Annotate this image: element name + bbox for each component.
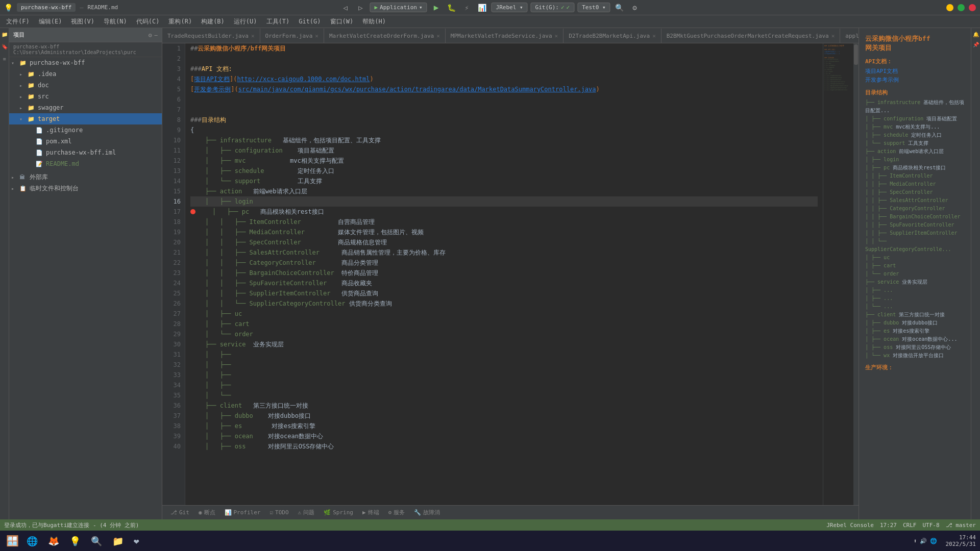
- tab-mpmarket[interactable]: MPMarketValetTradeService.java ✕: [446, 29, 564, 43]
- problems-icon: ⚠: [298, 509, 302, 516]
- close-button[interactable]: [969, 4, 976, 11]
- code-tree-20: │ │ ├── SpecController: [190, 237, 301, 247]
- tree-item-gitignore[interactable]: 📄 .gitignore: [9, 124, 162, 136]
- tree-item-readme[interactable]: 📝 README.md: [9, 158, 162, 169]
- menu-refactor[interactable]: 重构(R): [164, 16, 196, 27]
- tree-item-external[interactable]: ▸ 🏛 外部库: [9, 171, 162, 183]
- tab-close[interactable]: ✕: [315, 33, 318, 39]
- menu-help[interactable]: 帮助(H): [358, 16, 390, 27]
- minimize-button[interactable]: [946, 4, 953, 11]
- tab-marketvalet[interactable]: MarketValetCreateOrderForm.java ✕: [324, 29, 446, 43]
- code-line-20: │ │ ├── SpecController 商品规格信息管理: [190, 237, 818, 247]
- run-button[interactable]: ▶: [430, 2, 443, 14]
- tab-d2trade[interactable]: D2TradeB2BMarketApi.java ✕: [564, 29, 662, 43]
- code-link-label-4[interactable]: 项目API文档: [194, 74, 230, 84]
- sidebar-project-icon[interactable]: 📁: [1, 30, 9, 38]
- tab-breakpoints[interactable]: ◉ 断点: [194, 508, 219, 517]
- back-btn[interactable]: ◁: [339, 2, 351, 14]
- menu-code[interactable]: 代码(C): [132, 16, 164, 27]
- search-everywhere-btn[interactable]: 🔍: [614, 2, 626, 14]
- line-num-36: 36: [162, 400, 181, 411]
- preview-tree-item: │ ├── mvc mvc相关支撑与...: [865, 123, 965, 131]
- tree-item-temp[interactable]: ▸ 📋 临时文件和控制台: [9, 183, 162, 194]
- menu-build[interactable]: 构建(B): [197, 16, 229, 27]
- menu-run[interactable]: 运行(U): [230, 16, 261, 27]
- tab-todo[interactable]: ☑ TODO: [265, 508, 292, 517]
- tree-label-gitignore: .gitignore: [46, 127, 83, 134]
- preview-api-title: API文档：: [865, 58, 965, 65]
- line-num-24: 24: [162, 278, 181, 288]
- preview-api-link1[interactable]: 项目API文档: [865, 67, 965, 75]
- taskbar-browser[interactable]: 🌐: [22, 532, 42, 550]
- maximize-button[interactable]: [958, 4, 965, 11]
- code-editor[interactable]: ## 云采购微信小程序/bff网关项目 ### API 文档: [ 项目API文…: [185, 43, 823, 505]
- code-link-url-4[interactable]: http://xcx-caigou0.1000.com/doc.html: [237, 74, 370, 84]
- profile-button[interactable]: 📊: [476, 2, 488, 14]
- tree-item-iml[interactable]: 📄 purchase-wx-bff.iml: [9, 147, 162, 158]
- menu-window[interactable]: 窗口(W): [326, 16, 358, 27]
- tab-problems[interactable]: ⚠ 问题: [294, 508, 319, 517]
- tab-b2bmkt[interactable]: B2BMktGuestPurchaseOrderMarketCreateRequ…: [662, 29, 841, 43]
- code-line-34: │ ├──: [190, 380, 818, 390]
- menu-file[interactable]: 文件(F): [2, 16, 34, 27]
- code-tree-15: ├── action: [190, 186, 242, 196]
- code-link-url-5[interactable]: src/main/java/com/qianmi/gcs/wx/purchase…: [238, 84, 596, 94]
- tree-item-target[interactable]: ▾ 📁 target: [9, 113, 162, 124]
- panel-collapse[interactable]: −: [154, 32, 158, 39]
- tree-item-pom[interactable]: 📄 pom.xml: [9, 136, 162, 147]
- tab-appprops[interactable]: application.properties ● ✕: [840, 29, 859, 43]
- right-bookmarks-icon[interactable]: 📌: [972, 40, 980, 48]
- tab-label: D2TradeB2BMarketApi.java: [569, 33, 650, 39]
- editor-scrollbar[interactable]: [853, 43, 859, 505]
- right-notifications-icon[interactable]: 🔔: [972, 30, 980, 38]
- debug-button[interactable]: 🐛: [446, 2, 458, 14]
- code-line-31: │ ├──: [190, 349, 818, 360]
- tab-close[interactable]: ✕: [652, 33, 656, 39]
- taskbar-search[interactable]: 🔍: [87, 532, 106, 550]
- taskbar-app7[interactable]: ❤: [130, 532, 143, 550]
- settings-btn[interactable]: ⚙: [629, 2, 641, 14]
- menu-tools[interactable]: 工具(T): [262, 16, 294, 27]
- tree-item-root[interactable]: ▾ 📁 purchase-wx-bff: [9, 57, 162, 68]
- start-button[interactable]: 🪟: [4, 533, 20, 549]
- tree-item-doc[interactable]: ▸ 📁 doc: [9, 80, 162, 91]
- tab-close[interactable]: ✕: [831, 33, 835, 39]
- code-tree-31: │ ├──: [190, 349, 235, 360]
- menu-edit[interactable]: 编辑(E): [35, 16, 66, 27]
- tree-item-swagger[interactable]: ▸ 📁 swagger: [9, 102, 162, 113]
- sidebar-bookmark-icon[interactable]: 🔖: [1, 42, 9, 51]
- tab-fault[interactable]: 🔧 故障消: [410, 508, 444, 517]
- preview-api-link2[interactable]: 开发参考示例: [865, 76, 965, 84]
- line-num-32: 32: [162, 360, 181, 370]
- menu-view[interactable]: 视图(V): [67, 16, 99, 27]
- taskbar-intellij[interactable]: 💡: [65, 532, 85, 550]
- tree-item-src[interactable]: ▸ 📁 src: [9, 91, 162, 102]
- tab-traderequest[interactable]: TradeRequestBuilder.java ✕: [162, 29, 260, 43]
- test-dropdown[interactable]: Test0 ▾: [577, 3, 610, 12]
- code-link-label-5[interactable]: 开发参考示例: [194, 84, 231, 94]
- tab-orderform[interactable]: OrderForm.java ✕: [260, 29, 324, 43]
- run-config-dropdown[interactable]: ▶ Application ▾: [370, 3, 427, 12]
- sidebar-structure-icon[interactable]: ≡: [1, 55, 9, 63]
- code-line-33: │ ├──: [190, 370, 818, 380]
- preview-tree-item: │ └── ...: [865, 303, 965, 311]
- menu-nav[interactable]: 导航(N): [100, 16, 131, 27]
- coverage-button[interactable]: ⚡: [461, 2, 473, 14]
- tab-close[interactable]: ✕: [555, 33, 558, 39]
- taskbar-edge[interactable]: 🦊: [44, 532, 63, 550]
- panel-settings[interactable]: ⚙: [149, 32, 152, 39]
- taskbar-files[interactable]: 📁: [108, 532, 128, 550]
- tab-close[interactable]: ✕: [436, 33, 440, 39]
- tab-services[interactable]: ⚙ 服务: [384, 508, 409, 517]
- tree-item-idea[interactable]: ▸ 📁 .idea: [9, 68, 162, 80]
- jrebel-dropdown[interactable]: JRebel ▾: [492, 3, 528, 12]
- spring-tab-label: Spring: [333, 509, 353, 516]
- tab-terminal[interactable]: ▶ 终端: [358, 508, 383, 517]
- tab-spring[interactable]: 🌿 Spring: [320, 508, 357, 517]
- tab-close[interactable]: ✕: [251, 33, 255, 39]
- forward-btn[interactable]: ▷: [354, 2, 366, 14]
- tab-profiler[interactable]: 📊 Profiler: [220, 508, 265, 517]
- tab-git[interactable]: ⎇ Git: [166, 508, 193, 517]
- code-line-26: │ │ └── SupplierCategoryController 供货商分类…: [190, 298, 818, 309]
- menu-git[interactable]: Git(G): [295, 17, 325, 26]
